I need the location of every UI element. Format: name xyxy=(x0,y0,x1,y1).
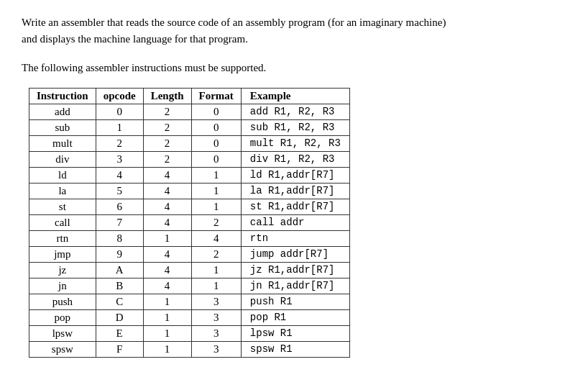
cell-instruction: jmp xyxy=(29,246,96,262)
table-row: pushC13push R1 xyxy=(29,294,350,309)
table-row: sub120sub R1, R2, R3 xyxy=(29,119,350,135)
cell-example: call addr xyxy=(241,214,349,230)
cell-example: la R1,addr[R7] xyxy=(241,183,349,199)
cell-instruction: pop xyxy=(29,309,96,325)
cell-length: 4 xyxy=(143,262,191,278)
table-row: ld441ld R1,addr[R7] xyxy=(29,167,350,183)
cell-length: 1 xyxy=(143,230,191,246)
cell-example: pop R1 xyxy=(241,309,349,325)
cell-opcode: 4 xyxy=(96,167,143,183)
cell-instruction: div xyxy=(29,151,96,167)
cell-length: 1 xyxy=(143,325,191,341)
cell-opcode: 8 xyxy=(96,230,143,246)
cell-format: 3 xyxy=(191,341,241,357)
cell-length: 2 xyxy=(143,135,191,151)
cell-example: jump addr[R7] xyxy=(241,246,349,262)
cell-format: 1 xyxy=(191,183,241,199)
cell-opcode: F xyxy=(96,341,143,357)
header-example: Example xyxy=(241,88,349,104)
cell-example: add R1, R2, R3 xyxy=(241,104,349,119)
cell-format: 1 xyxy=(191,278,241,294)
table-row: call742call addr xyxy=(29,214,350,230)
table-row: spswF13spsw R1 xyxy=(29,341,350,357)
header-instruction: Instruction xyxy=(29,88,96,104)
cell-length: 4 xyxy=(143,278,191,294)
cell-instruction: jn xyxy=(29,278,96,294)
cell-length: 2 xyxy=(143,119,191,135)
cell-opcode: D xyxy=(96,309,143,325)
cell-length: 2 xyxy=(143,151,191,167)
cell-example: jz R1,addr[R7] xyxy=(241,262,349,278)
cell-opcode: 2 xyxy=(96,135,143,151)
cell-format: 3 xyxy=(191,325,241,341)
cell-example: ld R1,addr[R7] xyxy=(241,167,349,183)
cell-format: 0 xyxy=(191,135,241,151)
cell-example: st R1,addr[R7] xyxy=(241,199,349,214)
instruction-table-container: Instruction opcode Length Format Example… xyxy=(29,88,566,358)
intro-paragraph: Write an assembler that reads the source… xyxy=(22,14,566,76)
table-row: jnB41jn R1,addr[R7] xyxy=(29,278,350,294)
table-row: div320div R1, R2, R3 xyxy=(29,151,350,167)
table-row: mult220mult R1, R2, R3 xyxy=(29,135,350,151)
cell-opcode: C xyxy=(96,294,143,309)
table-row: lpswE13lpsw R1 xyxy=(29,325,350,341)
cell-format: 1 xyxy=(191,167,241,183)
cell-example: jn R1,addr[R7] xyxy=(241,278,349,294)
cell-format: 2 xyxy=(191,214,241,230)
table-row: jzA41jz R1,addr[R7] xyxy=(29,262,350,278)
header-length: Length xyxy=(143,88,191,104)
cell-example: sub R1, R2, R3 xyxy=(241,119,349,135)
cell-length: 4 xyxy=(143,183,191,199)
cell-format: 3 xyxy=(191,294,241,309)
cell-instruction: spsw xyxy=(29,341,96,357)
cell-opcode: 7 xyxy=(96,214,143,230)
header-opcode: opcode xyxy=(96,88,143,104)
cell-instruction: call xyxy=(29,214,96,230)
cell-opcode: A xyxy=(96,262,143,278)
cell-format: 4 xyxy=(191,230,241,246)
cell-opcode: 0 xyxy=(96,104,143,119)
cell-length: 4 xyxy=(143,214,191,230)
cell-format: 0 xyxy=(191,104,241,119)
cell-opcode: E xyxy=(96,325,143,341)
cell-opcode: 9 xyxy=(96,246,143,262)
instruction-table: Instruction opcode Length Format Example… xyxy=(29,88,350,358)
table-row: popD13pop R1 xyxy=(29,309,350,325)
cell-example: div R1, R2, R3 xyxy=(241,151,349,167)
cell-length: 4 xyxy=(143,199,191,214)
cell-instruction: mult xyxy=(29,135,96,151)
cell-instruction: ld xyxy=(29,167,96,183)
cell-example: spsw R1 xyxy=(241,341,349,357)
cell-format: 0 xyxy=(191,151,241,167)
cell-format: 3 xyxy=(191,309,241,325)
cell-instruction: st xyxy=(29,199,96,214)
cell-format: 1 xyxy=(191,199,241,214)
cell-length: 2 xyxy=(143,104,191,119)
cell-instruction: add xyxy=(29,104,96,119)
cell-format: 1 xyxy=(191,262,241,278)
cell-format: 2 xyxy=(191,246,241,262)
header-format: Format xyxy=(191,88,241,104)
table-row: st641st R1,addr[R7] xyxy=(29,199,350,214)
cell-length: 4 xyxy=(143,167,191,183)
cell-instruction: sub xyxy=(29,119,96,135)
table-header-row: Instruction opcode Length Format Example xyxy=(29,88,350,104)
table-row: la541la R1,addr[R7] xyxy=(29,183,350,199)
cell-length: 4 xyxy=(143,246,191,262)
cell-length: 1 xyxy=(143,341,191,357)
cell-instruction: la xyxy=(29,183,96,199)
instructions-line: The following assembler instructions mus… xyxy=(22,62,266,73)
cell-instruction: push xyxy=(29,294,96,309)
table-row: add020add R1, R2, R3 xyxy=(29,104,350,119)
intro-line2: and displays the machine language for th… xyxy=(22,33,248,45)
cell-opcode: 3 xyxy=(96,151,143,167)
cell-length: 1 xyxy=(143,309,191,325)
cell-instruction: jz xyxy=(29,262,96,278)
intro-line1: Write an assembler that reads the source… xyxy=(22,17,446,28)
table-row: jmp942jump addr[R7] xyxy=(29,246,350,262)
cell-instruction: rtn xyxy=(29,230,96,246)
cell-example: lpsw R1 xyxy=(241,325,349,341)
cell-format: 0 xyxy=(191,119,241,135)
table-row: rtn814rtn xyxy=(29,230,350,246)
cell-opcode: B xyxy=(96,278,143,294)
